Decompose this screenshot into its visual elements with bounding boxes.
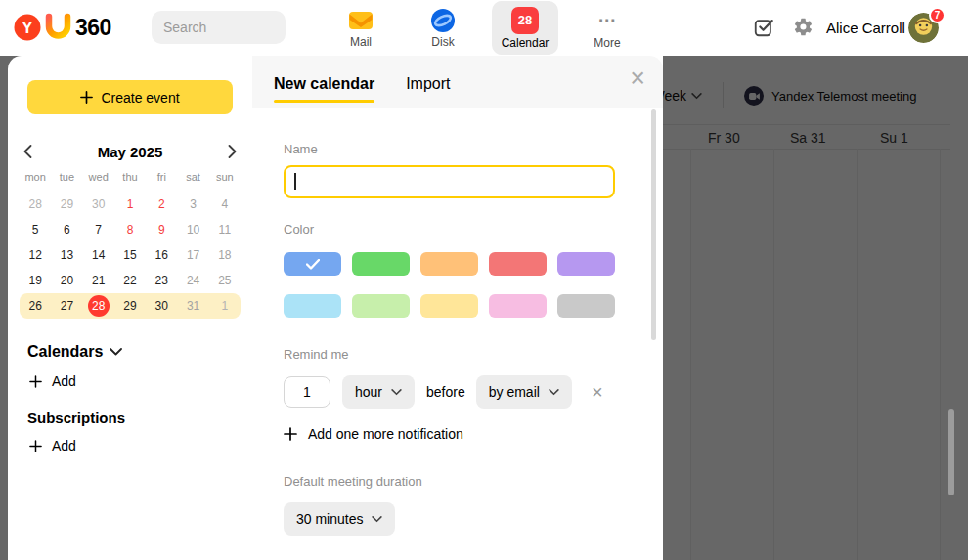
reminder-unit-dropdown[interactable]: hour (342, 375, 415, 409)
mini-calendar-day[interactable]: 13 (51, 242, 82, 268)
remove-reminder-icon[interactable]: × (592, 382, 603, 402)
user-name[interactable]: Alice Carroll (826, 0, 905, 56)
app-mail[interactable]: Mail (328, 1, 394, 55)
mini-calendar-day[interactable]: 1 (114, 192, 146, 217)
plus-icon (80, 91, 93, 104)
color-swatch[interactable] (557, 252, 615, 276)
reminder-channel-dropdown[interactable]: by email (476, 375, 572, 409)
mini-calendar-day[interactable]: 18 (209, 242, 241, 268)
color-swatch-row-1 (284, 252, 615, 276)
mini-calendar-day[interactable]: 27 (51, 293, 82, 319)
avatar[interactable]: 7 (908, 13, 939, 43)
mini-calendar-header: May 2025 (23, 142, 237, 161)
reminder-unit-value: hour (355, 384, 382, 400)
dialog-tabs: New calendar Import (274, 75, 451, 93)
calendars-section-toggle[interactable]: Calendars (27, 343, 122, 361)
add-notification-button[interactable]: Add one more notification (284, 426, 463, 442)
mini-calendar-day[interactable]: 7 (83, 217, 114, 242)
color-swatch[interactable] (284, 294, 341, 318)
calendar-icon: 28 (511, 7, 539, 34)
search-input[interactable] (163, 20, 340, 35)
search-box[interactable] (152, 11, 286, 44)
top-bar: Y 360 Mail Disk 28 Calendar ⋯ More (0, 0, 968, 56)
mini-calendar-day[interactable]: 22 (114, 268, 146, 293)
mini-calendar-day[interactable]: 26 (20, 293, 51, 319)
color-swatch-row-2 (284, 294, 615, 318)
color-swatch[interactable] (352, 294, 410, 318)
mini-calendar-day[interactable]: 14 (83, 242, 114, 268)
mini-calendar-day[interactable]: 23 (146, 268, 177, 293)
mini-calendar-day[interactable]: 4 (209, 192, 241, 217)
mini-calendar-day[interactable]: 30 (146, 293, 177, 319)
weekday-label: mon (20, 171, 51, 183)
duration-dropdown[interactable]: 30 minutes (284, 502, 395, 536)
mini-calendar-day[interactable]: 2 (146, 192, 177, 217)
mini-calendar-day[interactable]: 10 (177, 217, 208, 242)
mini-calendar-day[interactable]: 29 (114, 293, 146, 319)
add-calendar-button[interactable]: Add (29, 373, 76, 389)
color-swatch[interactable] (489, 252, 547, 276)
next-month-chevron-icon[interactable] (228, 145, 237, 158)
prev-month-chevron-icon[interactable] (23, 145, 32, 158)
app-disk[interactable]: Disk (410, 1, 476, 55)
close-icon[interactable]: × (630, 65, 645, 92)
add-notification-label: Add one more notification (308, 426, 463, 442)
app-more[interactable]: ⋯ More (574, 1, 640, 55)
app-more-label: More (594, 36, 620, 50)
gear-icon[interactable] (793, 17, 814, 41)
calendar-name-input[interactable] (284, 165, 615, 198)
compose-check-icon[interactable] (753, 17, 774, 42)
mini-calendar-day[interactable]: 15 (114, 242, 146, 268)
mini-calendar-today[interactable]: 28 (88, 295, 110, 317)
remind-me-label: Remind me (284, 347, 348, 362)
mini-calendar-day[interactable]: 1 (209, 293, 241, 319)
mini-calendar-day[interactable]: 6 (51, 217, 82, 242)
reminder-value-input[interactable] (284, 376, 330, 408)
mini-calendar-day[interactable]: 12 (20, 242, 51, 268)
mini-calendar-day[interactable]: 3 (177, 192, 208, 217)
weekday-label: fri (146, 171, 177, 183)
tab-import[interactable]: Import (406, 75, 450, 93)
mini-calendar-day[interactable]: 5 (20, 217, 51, 242)
mini-calendar-day[interactable]: 11 (209, 217, 241, 242)
text-caret (294, 173, 296, 190)
app-calendar-label: Calendar (502, 36, 550, 50)
mini-calendar-week: 19202122232425 (20, 268, 241, 293)
yandex-360-logo[interactable]: Y 360 (14, 13, 111, 42)
mini-calendar-day[interactable]: 8 (114, 217, 146, 242)
mini-calendar-day[interactable]: 30 (83, 192, 114, 217)
mini-calendar-title: May 2025 (98, 144, 163, 160)
mini-calendar-day[interactable]: 24 (177, 268, 208, 293)
color-swatch[interactable] (420, 294, 478, 318)
mini-calendar-day[interactable]: 16 (146, 242, 177, 268)
color-swatch[interactable] (420, 252, 478, 276)
app-calendar[interactable]: 28 Calendar (492, 1, 558, 55)
yandex-logo-icon: Y (14, 13, 72, 42)
mini-calendar-day[interactable]: 17 (177, 242, 208, 268)
mini-calendar-day[interactable]: 20 (51, 268, 82, 293)
add-calendar-label: Add (52, 373, 76, 389)
color-swatch[interactable] (489, 294, 547, 318)
weekday-label: sat (177, 171, 208, 183)
mini-calendar-week: 567891011 (20, 217, 241, 242)
color-swatch[interactable] (352, 252, 410, 276)
mini-calendar-day[interactable]: 9 (146, 217, 177, 242)
mini-calendar-day[interactable]: 31 (177, 293, 208, 319)
color-swatch-selected[interactable] (284, 252, 341, 276)
chevron-down-icon (549, 389, 559, 396)
create-event-button[interactable]: Create event (27, 80, 233, 114)
modal-scrollbar[interactable] (651, 109, 656, 340)
disk-icon (430, 8, 456, 33)
page-scrollbar[interactable] (948, 409, 954, 495)
app-mail-label: Mail (350, 35, 372, 49)
weekday-label: tue (51, 171, 82, 183)
mini-calendar-day[interactable]: 29 (51, 192, 82, 217)
color-swatch[interactable] (557, 294, 615, 318)
mini-calendar-day[interactable]: 21 (83, 268, 114, 293)
mini-calendar-day[interactable]: 25 (209, 268, 241, 293)
tab-new-calendar[interactable]: New calendar (274, 75, 374, 93)
add-subscription-button[interactable]: Add (29, 438, 76, 453)
mini-calendar-week: 2829301234 (20, 192, 241, 217)
mini-calendar-day[interactable]: 19 (20, 268, 51, 293)
mini-calendar-day[interactable]: 28 (20, 192, 51, 217)
